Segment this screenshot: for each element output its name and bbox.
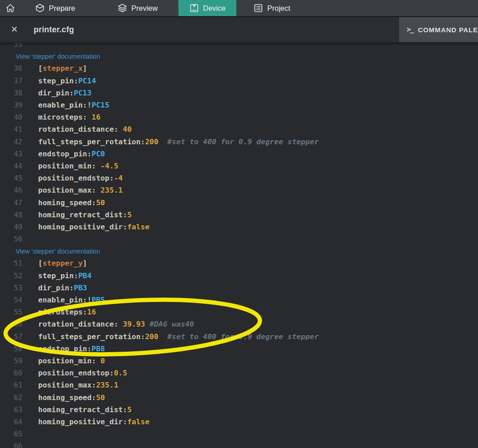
code-line-text: [stepper_y] [38,259,87,267]
code-line-text: homing_positive_dir:false [38,223,149,231]
line-number: 40 [0,113,22,121]
code-line-text: position_endstop:0.5 [38,369,127,377]
code-line[interactable]: 51[stepper_y] [0,257,478,269]
code-line-text: rotation_distance: 39.93 #DAG was40 [38,320,194,328]
code-line[interactable]: 47homing_speed:50 [0,196,478,208]
line-number: 55 [0,308,22,316]
tab-device-active[interactable]: Device [178,0,236,16]
line-number: 57 [0,332,22,341]
code-line-text: homing_retract_dist:5 [38,211,132,219]
line-number: 37 [0,77,22,85]
code-line[interactable]: 35 [0,43,478,50]
code-line-text: endstop_pin:PC0 [38,150,105,158]
line-number: 51 [0,259,22,267]
line-number: 49 [0,223,22,231]
list-icon [253,3,263,13]
printer-device-icon [189,3,199,13]
tab-project[interactable]: Project [253,0,290,16]
code-line[interactable]: 36[stepper_x] [0,62,478,74]
code-line[interactable]: 53dir_pin:PB3 [0,282,478,294]
code-line-text: full_steps_per_rotation:200 #set to 400 … [38,138,319,146]
code-line[interactable]: 39enable_pin:!PC15 [0,99,478,111]
code-line-text: [stepper_x] [38,64,87,73]
code-line[interactable]: 50 [0,233,478,245]
code-line-text: enable_pin:!PB5 [38,296,105,304]
code-line[interactable]: 48homing_retract_dist:5 [0,209,478,221]
code-line[interactable]: 42full_steps_per_rotation:200 #set to 40… [0,136,478,148]
code-line[interactable]: 52step_pin:PB4 [0,270,478,282]
code-line[interactable]: 54enable_pin:!PB5 [0,294,478,306]
code-line-text: position_max:235.1 [38,381,118,389]
code-editor[interactable]: 35View 'stepper' documentation36[stepper… [0,43,478,448]
line-number: 46 [0,186,22,194]
top-nav-bar: Prepare Preview Device [0,0,478,17]
doc-link[interactable]: View 'stepper' documentation [16,248,100,255]
cube-icon [35,3,45,13]
code-line-text: homing_positive_dir:false [38,418,149,426]
doc-link[interactable]: View 'stepper' documentation [16,53,100,60]
code-line[interactable]: 37step_pin:PC14 [0,75,478,87]
code-line-text: step_pin:PB4 [38,271,91,280]
code-line-text: dir_pin:PC13 [38,89,91,97]
line-number: 61 [0,381,22,389]
line-number: 64 [0,418,22,426]
line-number: 45 [0,174,22,182]
terminal-prompt-icon: >_ [407,26,413,34]
code-line-text: homing_speed:50 [38,198,105,207]
tab-prepare[interactable]: Prepare [35,0,75,16]
code-line[interactable]: 59position_min: 0 [0,355,478,367]
code-line[interactable]: 38dir_pin:PC13 [0,87,478,99]
code-line[interactable]: View 'stepper' documentation [0,50,478,62]
line-number: 58 [0,345,22,353]
code-line[interactable]: 46position_max: 235.1 [0,184,478,196]
code-line[interactable]: 55microsteps:16 [0,306,478,318]
code-line[interactable]: 58endstop_pin:PB8 [0,343,478,355]
code-line-text: homing_retract_dist:5 [38,405,132,414]
code-line[interactable]: 45position_endstop:-4 [0,172,478,184]
code-line[interactable]: 66 [0,440,478,448]
line-number: 62 [0,393,22,402]
code-line[interactable]: 62homing_speed:50 [0,391,478,403]
line-number: 36 [0,64,22,73]
code-line[interactable]: 64homing_positive_dir:false [0,416,478,428]
code-line-text: position_endstop:-4 [38,174,123,182]
code-line[interactable]: 43endstop_pin:PC0 [0,148,478,160]
code-line-text: microsteps: 16 [38,113,100,121]
home-button[interactable] [5,0,15,16]
tab-project-label: Project [267,4,290,13]
code-line[interactable]: 49homing_positive_dir:false [0,221,478,233]
tab-preview-label: Preview [131,4,158,13]
code-line-text: enable_pin:!PC15 [38,101,109,109]
code-line[interactable]: 61position_max:235.1 [0,379,478,391]
code-line[interactable]: 56rotation_distance: 39.93 #DAG was40 [0,318,478,330]
code-line[interactable]: View 'stepper' documentation [0,245,478,257]
command-palette-label: COMMAND PALETTE [418,26,478,34]
line-number: 63 [0,405,22,414]
file-title: printer.cfg [34,17,74,42]
tab-preview[interactable]: Preview [117,0,158,16]
editor-tab-bar: ✕ printer.cfg >_ COMMAND PALETTE [0,17,478,43]
code-line[interactable]: 65 [0,428,478,440]
layers-icon [117,3,127,13]
line-number: 53 [0,284,22,292]
line-number: 38 [0,89,22,97]
line-number: 65 [0,430,22,438]
code-lines: 35View 'stepper' documentation36[stepper… [0,43,478,448]
tab-device-label: Device [203,4,226,13]
line-number: 54 [0,296,22,304]
code-line[interactable]: 57full_steps_per_rotation:200 #set to 40… [0,331,478,343]
code-line[interactable]: 44position_min: -4.5 [0,160,478,172]
command-palette-button[interactable]: >_ COMMAND PALETTE [399,17,478,42]
line-number: 44 [0,162,22,170]
line-number: 52 [0,271,22,280]
code-line[interactable]: 40microsteps: 16 [0,111,478,123]
line-number: 60 [0,369,22,377]
code-line-text: position_min: -4.5 [38,162,118,170]
code-line-text: step_pin:PC14 [38,77,96,85]
line-number: 35 [0,43,22,48]
code-line[interactable]: 63homing_retract_dist:5 [0,404,478,416]
code-line[interactable]: 41rotation_distance: 40 [0,123,478,135]
line-number: 50 [0,235,22,243]
close-file-icon[interactable]: ✕ [9,25,19,34]
code-line[interactable]: 60position_endstop:0.5 [0,367,478,379]
